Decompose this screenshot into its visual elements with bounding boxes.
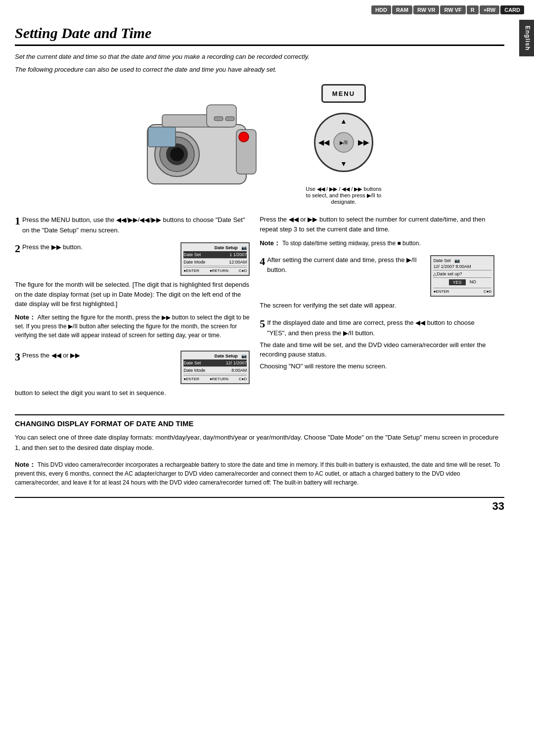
left-column: 1 Press the MENU button, use the ◀◀/▶▶/◀… [15, 215, 250, 404]
screen2-bar: ●ENTER●RETURNC●D [183, 267, 247, 273]
screen3-row1: Date Set12/ 1/2007 [183, 359, 247, 367]
controls-area: MENU ▲ ▼ ◀◀ ▶▶ ▶/II Use ◀◀ / ▶▶ / ◀◀ / ▶… [306, 84, 381, 205]
step-5-number: 5 [260, 317, 265, 330]
step-4-body: The screen for verifying the set date wi… [260, 301, 494, 311]
svg-rect-6 [207, 105, 236, 127]
step-5-body1: The date and time will be set, and the D… [260, 340, 494, 359]
screen4-yes: YES [449, 279, 466, 285]
camera-illustration [137, 95, 286, 194]
step-2-number: 2 [15, 242, 20, 255]
bottom-note: Note This DVD video camera/recorder inco… [15, 460, 504, 487]
step-5-text: If the displayed date and time are corre… [267, 319, 475, 337]
svg-rect-10 [214, 117, 223, 121]
right-intro: Press the ◀◀ or ▶▶ button to select the … [260, 215, 494, 248]
intro-line2: The following procedure can also be used… [15, 65, 504, 75]
screen2-title: Date Setup 📷 [183, 245, 247, 250]
page-title: Setting Date and Time [15, 25, 504, 46]
screen4-buttons: YES NO [433, 278, 491, 287]
screen3-row2: Date Mode8:00AM [183, 367, 247, 374]
step-1-number: 1 [15, 215, 20, 227]
dpad-left-arrow: ◀◀ [318, 138, 329, 146]
dpad-up-arrow: ▲ [340, 117, 347, 125]
right-note-text: To stop date/time setting midway, press … [282, 240, 421, 247]
format-hdd: HDD [371, 5, 391, 14]
section-body: You can select one of three date display… [15, 433, 504, 453]
format-ram: RAM [392, 5, 412, 14]
steps-area: 1 Press the MENU button, use the ◀◀/▶▶/◀… [15, 215, 504, 404]
step-2-note-label: Note [15, 313, 36, 321]
dpad-diagram: ▲ ▼ ◀◀ ▶▶ ▶/II [314, 113, 373, 172]
right-column: Press the ◀◀ or ▶▶ button to select the … [260, 215, 494, 404]
svg-point-4 [170, 147, 184, 161]
format-r: R [467, 5, 479, 14]
step-2: Date Setup 📷 Date Set1 1/2007 Date Mode1… [15, 242, 250, 344]
screen3-bar: ●ENTER●RETURNC●D [183, 375, 247, 381]
bottom-note-text: This DVD video camera/recorder incorpora… [15, 461, 500, 486]
step-2-text: Press the ▶▶ button. [22, 243, 83, 251]
svg-rect-9 [148, 127, 176, 147]
step-5: 5 If the displayed date and time are cor… [260, 317, 494, 371]
screen4-title: Date Set 📷 [433, 258, 491, 263]
right-intro-text: Press the ◀◀ or ▶▶ button to select the … [260, 215, 494, 234]
section-heading: CHANGING DISPLAY FORMAT OF DATE AND TIME [15, 414, 504, 428]
step-4-screen: Date Set 📷 12/ 1/2007 8:00AM △Date set u… [430, 255, 494, 297]
step-3-screen: Date Setup 📷 Date Set12/ 1/2007 Date Mod… [180, 351, 250, 384]
format-plusrw: +RW [480, 5, 500, 14]
step-3-number: 3 [15, 351, 20, 363]
language-tab: English [519, 20, 534, 56]
format-bar: HDD RAM RW VR RW VF R +RW CARD [0, 0, 534, 20]
svg-rect-11 [225, 117, 234, 121]
step-2-note-text: After setting the figure for the month, … [15, 314, 250, 339]
step-2-note: Note After setting the figure for the mo… [15, 313, 250, 340]
step-1-text: Press the MENU button, use the ◀◀/▶▶/◀◀/… [22, 216, 245, 234]
screen4-confirm: △Date set up? [433, 270, 491, 278]
screen4-no: NO [470, 279, 477, 285]
step-2-body: The figure for the month will be selecte… [15, 280, 250, 309]
page-number: 33 [15, 497, 504, 513]
step-3: Date Setup 📷 Date Set12/ 1/2007 Date Mod… [15, 351, 250, 398]
screen2-row2: Date Mode12:00AM [183, 259, 247, 266]
step-1: 1 Press the MENU button, use the ◀◀/▶▶/◀… [15, 215, 250, 235]
menu-button-diagram: MENU [321, 84, 366, 103]
main-content: Setting Date and Time Set the current da… [0, 20, 519, 528]
format-card: CARD [500, 5, 524, 14]
step-3-text: Press the ◀◀ or ▶▶ [22, 352, 80, 359]
format-rwvr: RW VR [413, 5, 439, 14]
screen4-datetime: 12/ 1/2007 8:00AM [433, 263, 491, 270]
screen2-row1: Date Set1 1/2007 [183, 251, 247, 259]
step-2-screen: Date Setup 📷 Date Set1 1/2007 Date Mode1… [180, 242, 250, 276]
screen3-title: Date Setup 📷 [183, 354, 247, 358]
dpad-center: ▶/II [333, 132, 354, 153]
dpad-down-arrow: ▼ [340, 160, 347, 168]
intro-line1: Set the current date and time so that th… [15, 52, 504, 62]
step-5-body2: Choosing "NO" will restore the menu scre… [260, 361, 494, 371]
right-note: Note To stop date/time setting midway, p… [260, 238, 494, 248]
bottom-note-block: Note This DVD video camera/recorder inco… [15, 460, 504, 487]
right-note-label: Note [260, 239, 280, 247]
step-3-body: button to select the digit you want to s… [15, 388, 250, 398]
screen4-bar: ●ENTERC●D [433, 288, 491, 294]
step-4-number: 4 [260, 255, 265, 268]
bottom-note-label: Note [15, 461, 36, 468]
format-rwvf: RW VF [440, 5, 465, 14]
dpad-description: Use ◀◀ / ▶▶ / ◀◀ / ▶▶ buttonsto select, … [306, 186, 381, 205]
svg-point-8 [239, 132, 249, 142]
dpad-right-arrow: ▶▶ [358, 138, 369, 146]
device-illustration-area: MENU ▲ ▼ ◀◀ ▶▶ ▶/II Use ◀◀ / ▶▶ / ◀◀ / ▶… [15, 84, 504, 205]
step-4: Date Set 📷 12/ 1/2007 8:00AM △Date set u… [260, 255, 494, 311]
step-4-text: After setting the current date and time,… [267, 256, 417, 273]
